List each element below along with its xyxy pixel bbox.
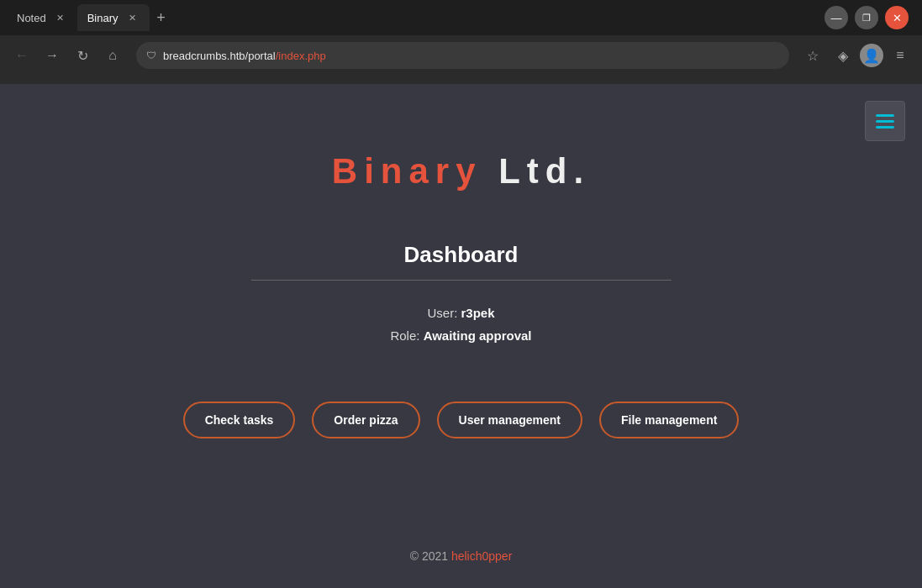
dashboard-section: Dashboard User: r3pek Role: Awaiting app… [251, 242, 672, 351]
tab-noted-label: Noted [17, 12, 46, 24]
toolbar-icons: ☆ ◈ 👤 ≡ [799, 42, 914, 69]
tab-noted[interactable]: Noted ✕ [7, 4, 77, 31]
browser-chrome: Noted ✕ Binary ✕ + — ❐ ✕ ← → [0, 0, 922, 84]
tab-bar: Noted ✕ Binary ✕ + — ❐ ✕ [0, 0, 922, 35]
tab-binary-label: Binary [87, 12, 119, 24]
brand-binary: Binary [332, 151, 482, 191]
username: r3pek [461, 306, 494, 320]
user-management-button[interactable]: User management [437, 402, 582, 438]
brand-title: Binary Ltd. [332, 151, 590, 192]
action-buttons: Check tasks Order pizza User management … [183, 402, 740, 438]
close-button[interactable]: ✕ [885, 6, 909, 29]
reload-button[interactable]: ↻ [69, 42, 96, 69]
role-value: Awaiting approval [424, 328, 532, 343]
forward-button[interactable]: → [39, 42, 66, 69]
hamburger-menu-button[interactable] [865, 101, 905, 141]
toolbar: ← → ↻ ⌂ 🛡 breadcrumbs.htb/portal/index.p… [0, 35, 922, 76]
file-management-button[interactable]: File management [599, 402, 739, 438]
address-url: breadcrumbs.htb/portal/index.php [163, 50, 779, 62]
user-info: User: r3pek [251, 306, 672, 320]
footer: © 2021 helich0pper [410, 549, 513, 563]
profile-button[interactable]: 👤 [860, 44, 883, 67]
dashboard-divider [251, 280, 672, 281]
maximize-button[interactable]: ❐ [855, 6, 878, 29]
address-bar[interactable]: 🛡 breadcrumbs.htb/portal/index.php [136, 42, 789, 69]
tab-binary-close[interactable]: ✕ [125, 11, 140, 25]
order-pizza-button[interactable]: Order pizza [312, 402, 419, 438]
new-tab-button[interactable]: + [150, 6, 173, 29]
bookmark-button[interactable]: ☆ [799, 42, 826, 69]
hamburger-icon [876, 114, 894, 129]
page-content: Binary Ltd. Dashboard User: r3pek Role: … [0, 84, 922, 588]
brand-ltd: Ltd. [482, 151, 591, 191]
minimize-button[interactable]: — [825, 6, 848, 29]
window-controls: — ❐ ✕ [825, 6, 915, 29]
role-info: Role: Awaiting approval [251, 328, 672, 343]
menu-button[interactable]: ≡ [887, 42, 914, 69]
tab-binary[interactable]: Binary ✕ [77, 4, 150, 31]
footer-author: helich0pper [451, 549, 512, 563]
pocket-button[interactable]: ◈ [830, 42, 856, 69]
lock-icon: 🛡 [146, 50, 156, 61]
home-button[interactable]: ⌂ [99, 42, 126, 69]
back-button[interactable]: ← [8, 42, 35, 69]
check-tasks-button[interactable]: Check tasks [183, 402, 296, 438]
dashboard-title: Dashboard [251, 242, 672, 268]
tab-noted-close[interactable]: ✕ [53, 11, 67, 25]
